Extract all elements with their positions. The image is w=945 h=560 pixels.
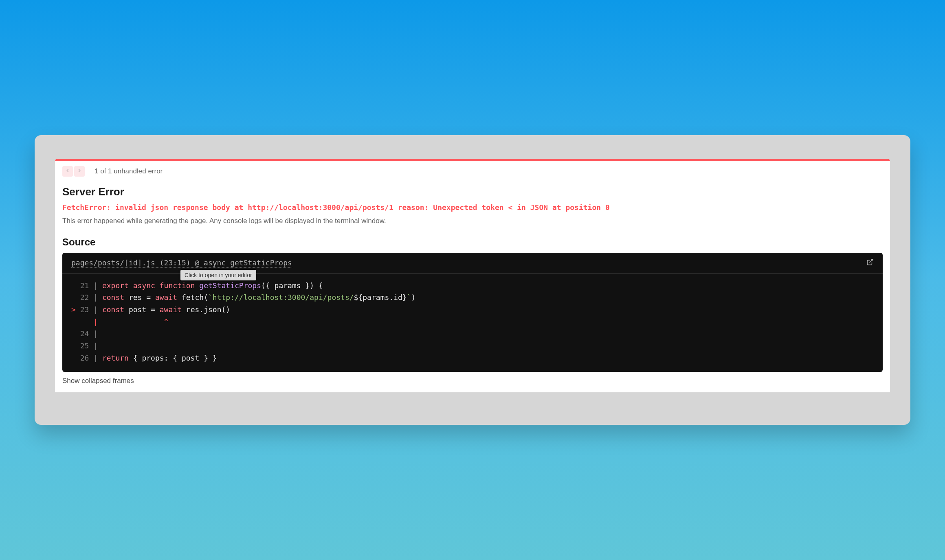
source-section-title: Source — [62, 236, 883, 248]
error-overlay-card: 1 of 1 unhandled error Server Error Fetc… — [55, 159, 890, 393]
code-line: 26 | return { props: { post } } — [71, 352, 874, 364]
code-line: 21 | export async function getStaticProp… — [71, 280, 874, 292]
code-body: 21 | export async function getStaticProp… — [62, 274, 883, 372]
editor-tooltip: Click to open in your editor — [180, 270, 256, 280]
error-nav-buttons — [62, 166, 85, 177]
code-header: pages/posts/[id].js (23:15) @ async getS… — [62, 253, 883, 274]
outer-container: 1 of 1 unhandled error Server Error Fetc… — [35, 135, 910, 425]
svg-line-0 — [870, 259, 873, 262]
show-collapsed-frames-button[interactable]: Show collapsed frames — [62, 377, 883, 385]
code-line-error: > 23 | const post = await res.json() — [71, 304, 874, 316]
error-count-text: 1 of 1 unhandled error — [94, 167, 163, 175]
code-line: 25 | — [71, 340, 874, 352]
source-file-path[interactable]: pages/posts/[id].js (23:15) @ async getS… — [71, 258, 292, 268]
code-line: 22 | const res = await fetch(`http://loc… — [71, 291, 874, 304]
error-hint: This error happened while generating the… — [62, 217, 883, 225]
error-content: Server Error FetchError: invalid json re… — [55, 182, 890, 393]
external-link-icon — [866, 260, 874, 267]
error-message: FetchError: invalid json response body a… — [62, 202, 883, 213]
source-code-block: pages/posts/[id].js (23:15) @ async getS… — [62, 253, 883, 372]
error-caret-line: | ^ — [71, 316, 874, 328]
code-line: 24 | — [71, 328, 874, 340]
error-header: 1 of 1 unhandled error — [55, 161, 890, 182]
error-title: Server Error — [62, 186, 883, 198]
prev-error-button[interactable] — [62, 166, 73, 177]
open-in-editor-button[interactable] — [866, 258, 874, 267]
arrow-right-icon — [77, 168, 82, 175]
arrow-left-icon — [65, 168, 70, 175]
next-error-button[interactable] — [74, 166, 85, 177]
